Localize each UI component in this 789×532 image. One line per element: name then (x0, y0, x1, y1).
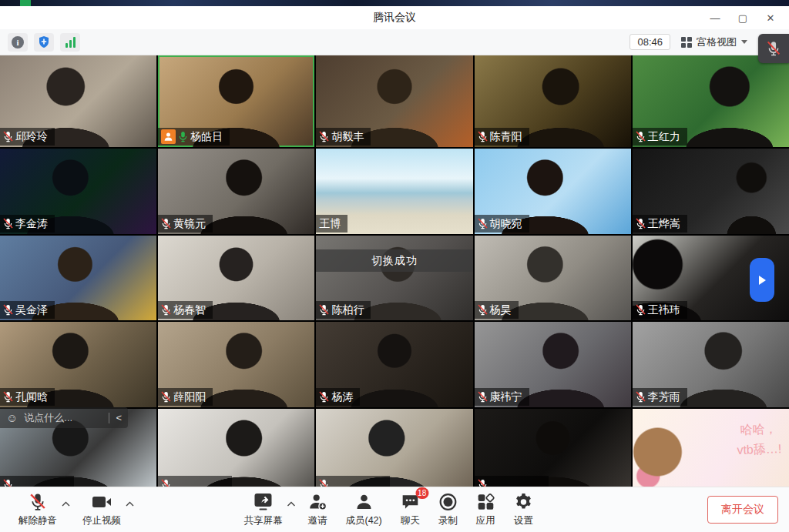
participant-tile[interactable]: 李芳雨 (633, 322, 789, 407)
network-quality-button[interactable] (60, 33, 80, 52)
muted-mic-icon (161, 479, 171, 487)
members-icon (354, 493, 373, 511)
collapse-chat-icon[interactable]: < (116, 412, 122, 423)
muted-mic-icon (478, 479, 488, 487)
meeting-info-button[interactable]: i (8, 33, 28, 52)
switch-success-toast: 切换成功 (316, 249, 472, 272)
settings-label: 设置 (514, 514, 533, 527)
participant-silhouette (316, 409, 472, 487)
maximize-button[interactable]: ▢ (732, 8, 754, 27)
bottom-toolbar: 解除静音 停止视频 共享屏幕 邀请 成员(42) 18 聊天 (0, 487, 789, 532)
anime-overlay-text: 哈哈， vtb舔…! (736, 419, 782, 460)
participant-name: 康祎宁 (490, 390, 522, 404)
muted-mic-icon (319, 131, 329, 142)
divider (109, 413, 109, 423)
participant-name-label (475, 476, 549, 487)
self-view-thumbnail[interactable] (758, 34, 789, 63)
stop-video-button[interactable]: 停止视频 (75, 490, 129, 530)
chat-button[interactable]: 18 聊天 (393, 490, 428, 530)
muted-mic-icon (478, 304, 488, 316)
participant-tile[interactable] (158, 409, 314, 487)
participant-name-label: 杨春智 (158, 301, 213, 319)
participant-tile[interactable]: 薛阳阳 (158, 322, 314, 407)
share-screen-icon (253, 493, 273, 511)
participant-name-label: 黄镜元 (158, 215, 213, 233)
security-shield-icon (38, 35, 50, 49)
muted-mic-icon (478, 391, 488, 403)
participant-tile[interactable]: 杨昊 (475, 236, 631, 320)
participant-tile[interactable]: 孔闻晗 (0, 322, 156, 407)
participant-tile[interactable]: 切换成功 陈柏行 (316, 236, 472, 320)
settings-gear-icon (514, 493, 532, 511)
view-mode-selector[interactable]: 宫格视图 (681, 35, 747, 49)
toolbar-center-group: 共享屏幕 邀请 成员(42) 18 聊天 录制 应用 (236, 487, 540, 532)
participant-name-label: 陈青阳 (475, 128, 529, 146)
participant-name: 王博 (319, 217, 341, 231)
muted-mic-icon (319, 304, 329, 316)
active-mic-icon (178, 131, 188, 142)
participant-tile[interactable]: 王红力 (633, 55, 789, 147)
next-page-button[interactable] (750, 258, 774, 302)
apps-button[interactable]: 应用 (468, 490, 503, 530)
muted-mic-icon (161, 218, 171, 229)
participant-tile[interactable]: 胡毅丰 (316, 55, 472, 147)
members-button[interactable]: 成员(42) (337, 490, 389, 530)
muted-mic-icon (636, 304, 646, 316)
participant-tile[interactable]: 李金涛 (0, 149, 156, 234)
participant-tile[interactable]: 吴金泽 (0, 236, 156, 320)
participant-name-label (316, 476, 390, 487)
participant-tile[interactable]: 康祎宁 (475, 322, 631, 407)
participant-tile[interactable]: 哈哈， vtb舔…! (633, 409, 789, 487)
participant-tile[interactable]: 陈青阳 (475, 55, 631, 147)
muted-mic-icon (3, 304, 13, 316)
participant-tile[interactable]: 杨春智 (158, 236, 314, 320)
desktop-green-square (20, 0, 31, 6)
security-button[interactable] (34, 33, 54, 52)
participant-tile[interactable] (316, 409, 472, 487)
participant-tile[interactable]: 王烨嵩 (633, 149, 789, 234)
emoji-smiley-icon[interactable]: ☺ (6, 411, 18, 424)
chat-unread-badge: 18 (415, 487, 428, 499)
participant-name-label: 康祎宁 (475, 388, 529, 406)
record-button[interactable]: 录制 (431, 490, 465, 530)
close-button[interactable]: ✕ (760, 8, 781, 27)
muted-mic-icon (478, 218, 488, 229)
meeting-window: 腾讯会议 — ▢ ✕ i 08:46 (0, 0, 789, 532)
info-icon: i (12, 36, 24, 49)
invite-icon (308, 493, 327, 511)
participant-name: 杨皓日 (190, 130, 223, 144)
participant-tile[interactable]: 王博 (316, 149, 472, 234)
participant-name-label: 王红力 (633, 128, 687, 146)
participant-name-label: 李金涛 (0, 215, 55, 233)
muted-mic-icon (3, 479, 13, 487)
share-screen-label: 共享屏幕 (243, 514, 282, 527)
participant-name: 黄镜元 (173, 217, 206, 231)
participant-tile[interactable]: 胡晓宛 (475, 149, 631, 234)
settings-button[interactable]: 设置 (506, 490, 541, 530)
participant-name-label: 李芳雨 (633, 388, 687, 406)
record-icon (438, 493, 457, 511)
leave-meeting-button[interactable]: 离开会议 (707, 496, 778, 524)
participant-name: 王红力 (648, 130, 680, 144)
participant-name: 李金涛 (15, 217, 48, 231)
minimize-button[interactable]: — (704, 8, 726, 27)
share-screen-button[interactable]: 共享屏幕 (236, 490, 290, 530)
participant-tile[interactable]: 杨皓日 (158, 55, 314, 147)
participant-tile[interactable]: 杨涛 (316, 322, 472, 407)
participant-name-label: 王祎玮 (633, 301, 687, 319)
participant-tile[interactable]: 邱玲玲 (0, 55, 156, 147)
participant-tile[interactable]: 黄镜元 (158, 149, 314, 234)
invite-button[interactable]: 邀请 (300, 490, 334, 530)
muted-mic-icon (161, 304, 171, 316)
participant-name-label: 胡晓宛 (475, 215, 529, 233)
participant-tile[interactable] (475, 409, 631, 487)
view-mode-label: 宫格视图 (697, 35, 737, 49)
participant-name: 王祎玮 (648, 303, 680, 317)
unmute-button[interactable]: 解除静音 (11, 490, 65, 530)
participant-name: 薛阳阳 (173, 390, 206, 404)
record-label: 录制 (438, 514, 458, 527)
chat-quick-input[interactable]: ☺ 说点什么... < (0, 407, 128, 428)
chat-input-placeholder[interactable]: 说点什么... (24, 411, 102, 425)
muted-mic-icon (319, 391, 329, 403)
muted-mic-icon (636, 391, 646, 403)
